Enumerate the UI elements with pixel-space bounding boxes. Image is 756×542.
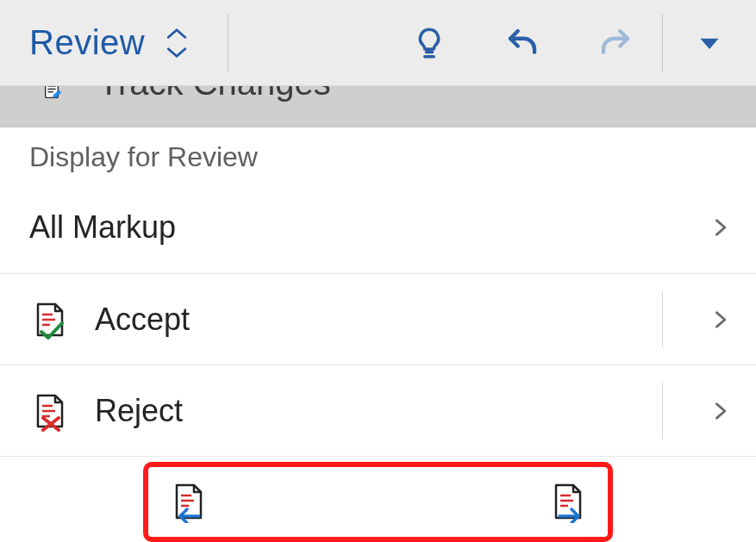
toolbar-header: Review [0, 0, 756, 86]
redo-button[interactable] [569, 0, 662, 86]
undo-button[interactable] [476, 0, 569, 86]
display-for-review-caption: Display for Review [0, 128, 756, 182]
review-panel: Display for Review All Markup Accept [0, 128, 756, 542]
tell-me-button[interactable] [383, 0, 476, 86]
chevron-right-icon [708, 308, 732, 332]
svg-marker-0 [701, 38, 719, 48]
divider [228, 14, 228, 72]
reject-row[interactable]: Reject [0, 364, 756, 456]
section-band: Track Changes [0, 86, 756, 128]
header-actions [383, 0, 756, 86]
accept-label: Accept [95, 302, 708, 338]
ribbon-menu-label: Review [29, 23, 145, 62]
display-for-review-value: All Markup [29, 209, 708, 246]
undo-icon [504, 25, 540, 61]
chevron-right-icon [708, 215, 732, 240]
reject-icon [29, 390, 71, 432]
doc-next-icon [547, 482, 589, 523]
track-changes-label: Track Changes [98, 86, 331, 103]
track-changes-icon [36, 86, 71, 100]
accept-row[interactable]: Accept [0, 273, 756, 364]
next-change-button[interactable] [542, 477, 594, 528]
expand-collapse-icon [166, 27, 188, 59]
reject-label: Reject [95, 393, 708, 429]
display-for-review-row[interactable]: All Markup [0, 182, 756, 273]
chevron-right-icon [708, 399, 732, 423]
more-options-button[interactable] [663, 0, 756, 86]
doc-prev-icon [168, 482, 209, 523]
ribbon-menu-button[interactable]: Review [0, 0, 217, 85]
lightbulb-icon [411, 25, 447, 61]
accept-icon [29, 299, 71, 340]
change-navigation-row [0, 456, 756, 542]
caret-down-icon [691, 25, 728, 61]
redo-icon [597, 25, 634, 61]
previous-change-button[interactable] [163, 477, 215, 528]
